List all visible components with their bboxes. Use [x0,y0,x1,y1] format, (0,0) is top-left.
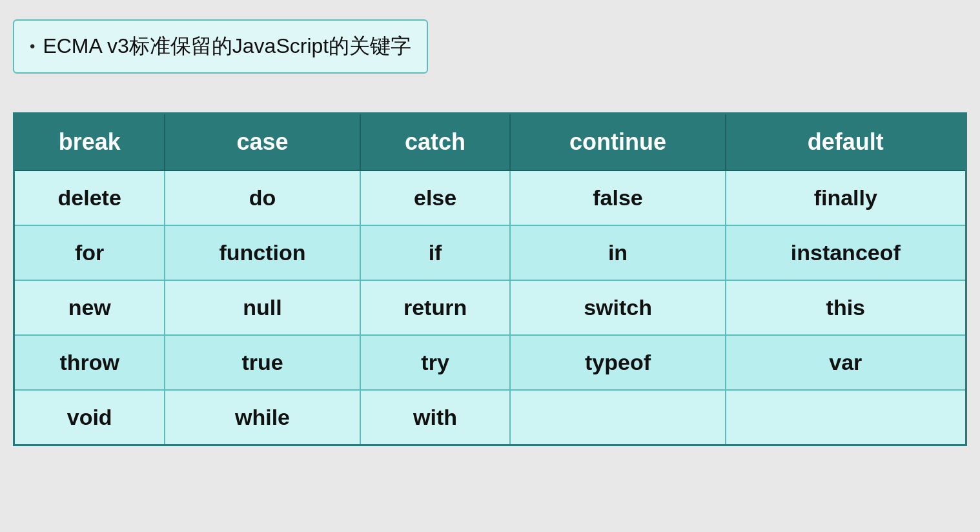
table-row: throwtruetrytypeofvar [14,335,966,390]
cell-0-4: finally [726,170,966,225]
cell-3-0: throw [14,335,165,390]
cell-2-4: this [726,280,966,335]
table-row: newnullreturnswitchthis [14,280,966,335]
cell-1-0: for [14,225,165,280]
cell-4-0: void [14,390,165,445]
table-row: deletedoelsefalsefinally [14,170,966,225]
cell-3-1: true [165,335,360,390]
cell-3-4: var [726,335,966,390]
cell-4-4 [726,390,966,445]
header-row: breakcasecatchcontinuedefault [14,114,966,171]
header-cell-3: continue [510,114,725,171]
header-cell-0: break [14,114,165,171]
cell-1-4: instanceof [726,225,966,280]
cell-1-1: function [165,225,360,280]
keywords-table-wrapper: breakcasecatchcontinuedefault deletedoel… [13,112,967,446]
bullet-text: ECMA v3标准保留的JavaScript的关键字 [43,32,411,61]
cell-0-2: else [360,170,511,225]
cell-1-3: in [510,225,725,280]
header-cell-4: default [726,114,966,171]
cell-4-1: while [165,390,360,445]
cell-3-2: try [360,335,511,390]
cell-0-0: delete [14,170,165,225]
cell-4-2: with [360,390,511,445]
table-header: breakcasecatchcontinuedefault [14,114,966,171]
cell-2-1: null [165,280,360,335]
cell-4-3 [510,390,725,445]
cell-2-2: return [360,280,511,335]
bullet-dot: • [30,39,35,54]
cell-1-2: if [360,225,511,280]
cell-0-1: do [165,170,360,225]
keywords-table: breakcasecatchcontinuedefault deletedoel… [13,112,967,446]
cell-2-3: switch [510,280,725,335]
cell-2-0: new [14,280,165,335]
cell-3-3: typeof [510,335,725,390]
table-row: forfunctionifininstanceof [14,225,966,280]
header-cell-1: case [165,114,360,171]
cell-0-3: false [510,170,725,225]
bullet-box: • ECMA v3标准保留的JavaScript的关键字 [13,19,428,74]
header-cell-2: catch [360,114,511,171]
table-row: voidwhilewith [14,390,966,445]
table-body: deletedoelsefalsefinallyforfunctionifini… [14,170,966,445]
